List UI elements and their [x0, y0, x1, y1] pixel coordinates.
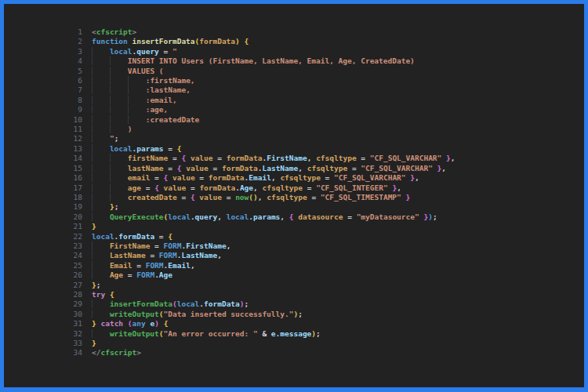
indent-guide — [110, 154, 128, 162]
code-token: value — [172, 173, 195, 182]
line-number: 22 — [4, 232, 82, 241]
code-token: = — [347, 164, 361, 172]
code-text: local.query = " — [92, 47, 177, 56]
indent-guide — [92, 329, 110, 338]
indent-guide — [110, 76, 128, 85]
code-token: = — [141, 183, 154, 192]
line-number: 12 — [4, 134, 82, 143]
code-token: FORM — [136, 270, 154, 279]
line-number: 29 — [4, 299, 82, 309]
code-token: , — [280, 212, 289, 221]
indent-guide — [92, 134, 110, 143]
code-token: , — [441, 164, 446, 172]
code-token: any — [132, 319, 146, 328]
code-token: cfsqltype — [267, 193, 307, 201]
code-token: } — [401, 193, 410, 201]
code-token: params — [253, 212, 280, 221]
code-token: :firstName, — [146, 76, 195, 85]
code-token: , — [397, 183, 401, 192]
code-token: firstName — [128, 154, 168, 162]
code-token: formData — [209, 173, 245, 182]
code-line: 6 :firstName, — [4, 76, 584, 85]
code-editor: 1<cfscript>2function insertFormData(form… — [4, 4, 584, 387]
line-number: 24 — [4, 251, 82, 260]
code-token: value — [199, 193, 222, 201]
code-token: "Data inserted successfully." — [164, 310, 294, 318]
indent-guide — [128, 115, 146, 124]
code-token: value — [191, 154, 213, 162]
code-token: () — [249, 193, 257, 201]
indent-guide — [92, 212, 110, 221]
code-text: lastName = { value = formData.LastName, … — [92, 164, 446, 173]
code-text: Email = FORM.Email, — [92, 261, 195, 270]
code-token: { — [245, 37, 249, 45]
code-token: } — [441, 154, 450, 162]
code-line: 18 createdDate = { value = now(), cfsqlt… — [4, 193, 584, 202]
indent-guide — [92, 85, 110, 94]
indent-guide — [92, 299, 110, 308]
indent-guide — [110, 56, 128, 65]
indent-guide — [110, 67, 128, 75]
code-token: = — [159, 47, 172, 56]
code-token: createdDate — [128, 193, 177, 201]
code-text: writeOutput("An error occurred: " & e.me… — [92, 329, 321, 339]
code-token: = — [150, 173, 163, 182]
code-token: Age — [110, 270, 123, 279]
indent-guide — [92, 96, 110, 104]
code-line: 16 email = { value = formData.Email, cfs… — [4, 173, 584, 183]
code-line: 32 writeOutput("An error occurred: " & e… — [4, 329, 584, 339]
indent-guide — [110, 105, 128, 114]
code-token: insertFormData — [110, 299, 172, 308]
code-line: 1<cfscript> — [4, 27, 584, 37]
code-token: = — [195, 173, 209, 182]
code-token: writeOutput — [110, 310, 159, 318]
code-token: try — [92, 290, 105, 299]
code-token: "CF_SQL_VARCHAR" — [361, 164, 433, 172]
code-token: , — [258, 193, 267, 201]
code-token: = — [303, 183, 316, 192]
code-text: }; — [92, 202, 118, 212]
indent-guide — [92, 144, 110, 153]
code-token: cfsqltype — [263, 183, 303, 192]
code-token: local — [168, 212, 191, 221]
code-line: 31} catch (any e) { — [4, 319, 584, 328]
code-line: 10 :createdDate — [4, 115, 584, 125]
code-token: :createdDate — [146, 115, 200, 124]
code-token: = — [164, 144, 177, 153]
code-token: insertFormData — [132, 37, 194, 45]
code-token: LastName — [262, 164, 298, 172]
code-line: 2function insertFormData(formData) { — [4, 37, 584, 46]
code-line: 12 "; — [4, 134, 584, 143]
line-number: 5 — [4, 67, 82, 76]
code-token: = — [343, 212, 356, 221]
code-text: try { — [92, 290, 114, 299]
code-token: function — [92, 37, 132, 45]
indent-guide — [110, 164, 128, 172]
code-token: formData — [199, 37, 235, 45]
code-token: local — [177, 299, 200, 308]
code-token: local — [110, 144, 132, 153]
line-number: 11 — [4, 125, 82, 134]
code-line: 27}; — [4, 281, 584, 290]
code-token: local — [110, 47, 132, 56]
code-text: firstName = { value = formData.FirstName… — [92, 154, 455, 163]
code-token: , — [415, 173, 419, 182]
code-token: = — [186, 183, 199, 192]
line-number: 19 — [4, 202, 82, 212]
code-line: 3 local.query = " — [4, 47, 584, 56]
line-number: 27 — [4, 281, 82, 290]
indent-guide — [128, 105, 146, 114]
code-token: } — [419, 212, 428, 221]
code-token: email — [128, 173, 151, 182]
line-number: 18 — [4, 193, 82, 202]
code-token: Email — [110, 261, 132, 270]
code-token: { — [168, 232, 172, 241]
indent-guide — [92, 193, 110, 201]
line-number: 2 — [4, 37, 82, 46]
code-token: cfsqltype — [316, 154, 356, 162]
code-token: now — [235, 193, 249, 201]
code-line: 5 VALUES ( — [4, 67, 584, 76]
line-number: 6 — [4, 76, 82, 85]
line-number: 7 — [4, 85, 82, 95]
indent-guide — [92, 47, 110, 56]
